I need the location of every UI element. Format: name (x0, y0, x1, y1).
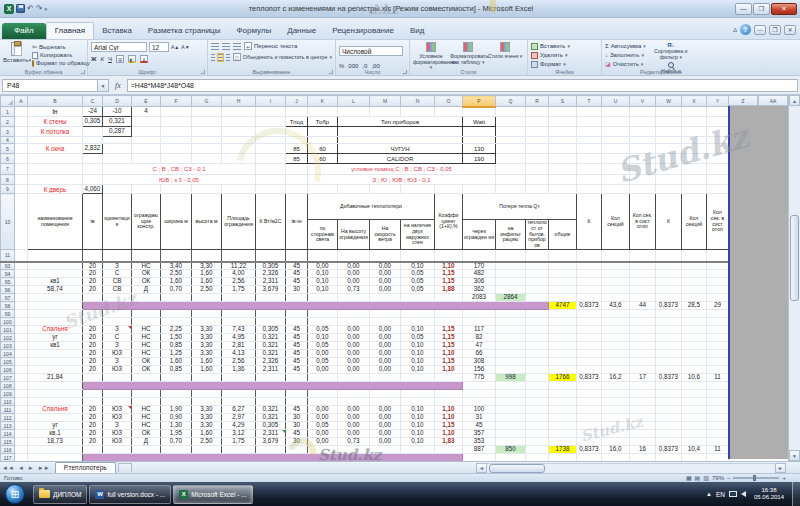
cell[interactable] (192, 318, 222, 326)
cell[interactable]: 170 (463, 262, 496, 270)
cell[interactable]: З (103, 262, 132, 270)
cell[interactable] (496, 310, 526, 318)
cell[interactable] (15, 270, 28, 278)
cell[interactable] (656, 144, 682, 154)
cell[interactable] (682, 438, 707, 446)
cell[interactable] (682, 127, 707, 137)
cell[interactable] (602, 350, 630, 358)
cell[interactable] (286, 310, 308, 318)
cell[interactable] (132, 446, 161, 454)
cell[interactable]: кв1 (28, 278, 83, 286)
cell[interactable]: Потеря тепла Qт (463, 194, 577, 220)
font-color-icon[interactable]: А (140, 55, 148, 63)
cell[interactable]: Тип приборов (338, 117, 463, 127)
cell[interactable] (370, 250, 401, 262)
cell[interactable] (602, 270, 630, 278)
cell[interactable] (370, 318, 401, 326)
cell[interactable]: 0,00 (338, 422, 370, 430)
cell[interactable]: 0,00 (338, 358, 370, 366)
cell[interactable]: 3,30 (192, 326, 222, 334)
align-center-icon[interactable] (218, 54, 222, 61)
cell[interactable]: ОК (132, 278, 161, 286)
cell[interactable] (256, 374, 286, 382)
cell[interactable] (577, 422, 602, 430)
cell[interactable]: 4 (132, 107, 161, 117)
row-header[interactable]: 10 (1, 194, 15, 250)
cell[interactable] (222, 117, 256, 127)
cell[interactable] (630, 318, 656, 326)
cell[interactable] (286, 398, 308, 406)
ribbon-tab[interactable]: Вставка (94, 23, 140, 39)
cell[interactable]: СВ (103, 286, 132, 294)
cell[interactable] (549, 438, 577, 446)
column-header[interactable]: Y (707, 96, 729, 107)
cell[interactable] (549, 294, 577, 302)
cell[interactable] (656, 382, 682, 390)
cell[interactable] (630, 117, 656, 127)
save-icon[interactable] (16, 4, 25, 13)
cell[interactable] (435, 398, 463, 406)
column-header[interactable]: C (83, 96, 103, 107)
speaker-icon[interactable] (741, 491, 746, 497)
cell[interactable]: 1,15 (435, 422, 463, 430)
cell[interactable] (656, 398, 682, 406)
cell[interactable] (707, 175, 729, 185)
hidden-icons-icon[interactable]: ▲ (706, 491, 712, 497)
cell[interactable] (682, 270, 707, 278)
cell[interactable]: 1,10 (435, 366, 463, 374)
cell[interactable] (286, 294, 308, 302)
cell[interactable]: ориентация (103, 194, 132, 250)
cell[interactable] (549, 454, 577, 462)
cell[interactable] (656, 286, 682, 294)
cell[interactable] (682, 250, 707, 262)
cell[interactable] (682, 334, 707, 342)
align-top-icon[interactable] (211, 43, 219, 50)
bold-button[interactable]: Ж (91, 55, 96, 63)
cell[interactable] (602, 334, 630, 342)
cell[interactable] (577, 144, 602, 154)
cell[interactable] (682, 278, 707, 286)
cell[interactable]: 3,679 (256, 286, 286, 294)
cell[interactable]: 2,50 (192, 286, 222, 294)
cell[interactable] (602, 454, 630, 462)
cell[interactable]: 1,75 (222, 438, 256, 446)
cell[interactable] (549, 382, 577, 390)
cell[interactable] (28, 398, 83, 406)
cell[interactable]: 0,00 (370, 334, 401, 342)
cell[interactable] (435, 107, 463, 117)
cell[interactable] (256, 185, 286, 194)
cell[interactable] (656, 334, 682, 342)
cell[interactable] (526, 175, 549, 185)
cell[interactable] (496, 270, 526, 278)
cell[interactable]: 1,15 (435, 358, 463, 366)
cell[interactable]: 0,305 (256, 422, 286, 430)
cell[interactable] (15, 438, 28, 446)
cell[interactable] (577, 262, 602, 270)
name-box-dropdown-icon[interactable]: ▼ (98, 79, 109, 92)
page-layout-view-icon[interactable]: ▤ (695, 474, 701, 482)
cell[interactable]: 17 (630, 374, 656, 382)
cell[interactable]: 1,15 (435, 270, 463, 278)
cell[interactable] (83, 154, 103, 164)
cell[interactable]: 998 (496, 374, 526, 382)
cell[interactable] (526, 294, 549, 302)
cell[interactable] (549, 422, 577, 430)
taskbar-button[interactable]: ДИПЛОМ (33, 485, 87, 504)
cell[interactable] (222, 127, 256, 137)
cell[interactable] (602, 382, 630, 390)
ribbon-tab[interactable]: Данные (279, 23, 324, 39)
cell[interactable] (577, 107, 602, 117)
cell[interactable]: 775 (463, 374, 496, 382)
column-header[interactable]: S (549, 96, 577, 107)
cell[interactable]: НС (132, 406, 161, 414)
row-header[interactable]: 94 (1, 270, 15, 278)
close-button[interactable]: ✕ (771, 3, 797, 15)
cell[interactable]: 3,30 (192, 422, 222, 430)
cell[interactable]: 0,90 (161, 414, 192, 422)
cell[interactable]: наименование помещения (28, 194, 83, 250)
cell[interactable]: 60 (308, 154, 338, 164)
cell[interactable]: 2,311 (256, 278, 286, 286)
row-header[interactable]: 109 (1, 390, 15, 398)
cell[interactable] (577, 154, 602, 164)
cell[interactable]: 16,0 (602, 446, 630, 454)
